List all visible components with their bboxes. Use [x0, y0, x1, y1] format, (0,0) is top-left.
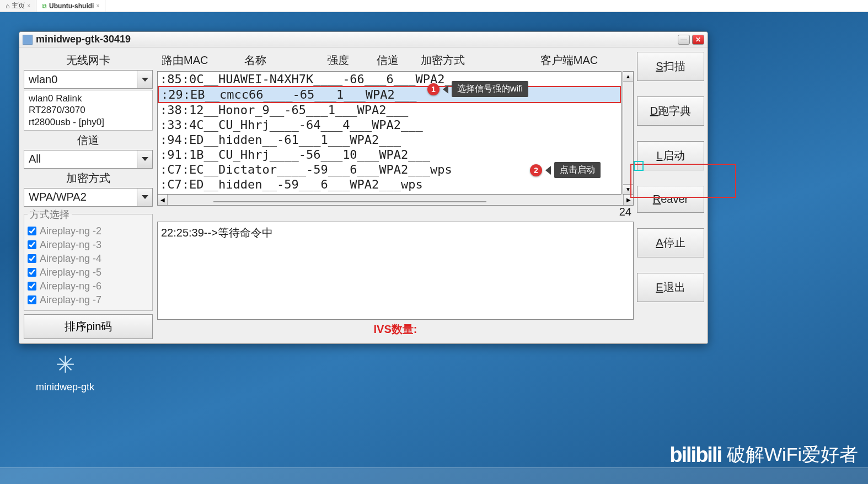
- titlebar[interactable]: minidwep-gtk-30419 — ✕: [19, 32, 708, 47]
- chevron-down-icon[interactable]: [137, 150, 152, 168]
- right-panel: S扫描 D跑字典 L启动 Reaver A停止 E退出: [636, 50, 705, 341]
- annotation-text: 点击启动: [554, 162, 601, 178]
- horizontal-scrollbar[interactable]: ◀ ▶: [157, 195, 634, 206]
- browser-tab-ubuntu[interactable]: ⧉ Ubuntu-shuidi ×: [36, 0, 105, 12]
- scan-button[interactable]: S扫描: [637, 52, 704, 81]
- watermark-text: 破解WiFi爱好者: [727, 442, 858, 467]
- log-line: 22:25:39-->等待命令中: [161, 227, 273, 239]
- method-item[interactable]: Aireplay-ng -5: [28, 266, 149, 279]
- minimize-button[interactable]: —: [678, 35, 690, 45]
- browser-tab-home[interactable]: ⌂ 主页 ×: [0, 0, 36, 12]
- annotation-badge: 2: [530, 164, 542, 176]
- network-row[interactable]: :94:ED__hidden__-61___1___WPA2___: [158, 132, 621, 147]
- reaver-button[interactable]: Reaver: [637, 186, 704, 213]
- close-button[interactable]: ✕: [692, 35, 704, 45]
- network-row[interactable]: :33:4C__CU_Hhrj____-64___4___WPA2___: [158, 117, 621, 132]
- network-row[interactable]: :38:12__Honor_9__-65___1___WPA2___: [158, 103, 621, 117]
- column-headers: 路由MAC 名称 强度 信道 加密方式 客户端MAC: [157, 52, 634, 71]
- network-count: 24: [157, 206, 634, 219]
- vertical-scrollbar[interactable]: ▲ ▼: [623, 71, 634, 195]
- network-row-selected[interactable]: :29:EB__cmcc66____-65___1___WPA2___: [158, 86, 621, 103]
- annotation-badge: 1: [427, 83, 440, 95]
- dict-button[interactable]: D跑字典: [637, 96, 704, 126]
- network-row[interactable]: :85:0C__HUAWEI-N4XH7K____-66___6___WPA2_…: [158, 72, 621, 87]
- tab-label: 主页: [12, 1, 25, 10]
- method-group: 方式选择 Aireplay-ng -2 Aireplay-ng -3 Airep…: [24, 208, 153, 311]
- adapter-value: wlan0: [24, 71, 137, 88]
- adapter-select[interactable]: wlan0: [24, 70, 153, 89]
- scroll-up-icon[interactable]: ▲: [623, 72, 633, 82]
- checkbox[interactable]: [28, 295, 36, 304]
- annotation-text: 选择信号强的wifi: [452, 81, 528, 97]
- method-item[interactable]: Aireplay-ng -4: [28, 252, 149, 266]
- method-item[interactable]: Aireplay-ng -3: [28, 238, 149, 252]
- method-item[interactable]: Aireplay-ng -7: [28, 293, 149, 307]
- network-row[interactable]: :91:1B__CU_Hhrj____-56___10___WPA2___: [158, 147, 621, 162]
- scroll-down-icon[interactable]: ▼: [623, 184, 633, 194]
- method-item[interactable]: Aireplay-ng -6: [28, 279, 149, 293]
- checkbox[interactable]: [28, 282, 36, 291]
- header-channel: 信道: [377, 53, 421, 68]
- encryption-value: WPA/WPA2: [24, 189, 137, 206]
- splash-icon: ✳: [36, 351, 94, 378]
- tab-label: Ubuntu-shuidi: [49, 2, 94, 10]
- close-icon[interactable]: ×: [27, 3, 30, 9]
- chevron-down-icon[interactable]: [137, 71, 152, 88]
- ivs-count-label: IVS数量:: [157, 320, 634, 339]
- stop-button[interactable]: A停止: [637, 228, 704, 257]
- bilibili-logo-icon: bilibili: [669, 443, 721, 467]
- desktop-shortcut[interactable]: ✳ minidwep-gtk: [36, 351, 94, 393]
- header-strength: 强度: [327, 53, 377, 68]
- checkbox[interactable]: [28, 240, 36, 249]
- main-panel: 路由MAC 名称 强度 信道 加密方式 客户端MAC :85:0C__HUAWE…: [155, 50, 636, 341]
- left-panel: 无线网卡 wlan0 wlan0 Ralink RT2870/3070 rt28…: [22, 50, 155, 341]
- sort-pin-button[interactable]: 排序pin码: [24, 314, 153, 339]
- exit-button[interactable]: E退出: [637, 273, 704, 302]
- scroll-thumb[interactable]: [623, 82, 633, 184]
- home-icon: ⌂: [6, 2, 9, 10]
- checkbox[interactable]: [28, 227, 36, 235]
- method-legend: 方式选择: [28, 208, 72, 221]
- method-item[interactable]: Aireplay-ng -2: [28, 224, 149, 238]
- channel-value: All: [24, 150, 137, 168]
- annotation-arrow-icon: [443, 85, 448, 94]
- checkbox[interactable]: [28, 268, 36, 277]
- channel-select[interactable]: All: [24, 150, 153, 169]
- app-window: minidwep-gtk-30419 — ✕ 无线网卡 wlan0 wlan0 …: [19, 31, 708, 344]
- app-icon: [23, 35, 33, 45]
- scroll-left-icon[interactable]: ◀: [158, 195, 168, 205]
- encryption-select[interactable]: WPA/WPA2: [24, 188, 153, 207]
- desktop: minidwep-gtk-30419 — ✕ 无线网卡 wlan0 wlan0 …: [0, 12, 868, 484]
- chevron-down-icon[interactable]: [137, 189, 152, 206]
- scroll-thumb-h[interactable]: [213, 201, 487, 202]
- annotation-1: 1 选择信号强的wifi: [427, 81, 528, 97]
- launch-button[interactable]: L启动: [637, 141, 704, 170]
- annotation-2: 2 点击启动: [530, 162, 601, 178]
- desktop-icon-label: minidwep-gtk: [36, 381, 94, 393]
- network-row[interactable]: :C7:ED__hidden__-59___6___WPA2___wps: [158, 177, 621, 192]
- watermark: bilibili 破解WiFi爱好者: [669, 442, 858, 467]
- checkbox[interactable]: [28, 254, 36, 263]
- window-title: minidwep-gtk-30419: [36, 34, 678, 45]
- header-router-mac: 路由MAC: [162, 53, 244, 68]
- vm-icon: ⧉: [42, 2, 47, 10]
- taskbar[interactable]: [0, 467, 868, 484]
- browser-tab-strip: ⌂ 主页 × ⧉ Ubuntu-shuidi ×: [0, 0, 868, 12]
- scroll-right-icon[interactable]: ▶: [623, 195, 633, 205]
- log-output: 22:25:39-->等待命令中: [157, 222, 634, 320]
- encryption-label: 加密方式: [24, 171, 153, 186]
- close-icon[interactable]: ×: [96, 3, 99, 9]
- header-name: 名称: [244, 53, 327, 68]
- header-client-mac: 客户端MAC: [509, 53, 629, 68]
- channel-label: 信道: [24, 133, 153, 148]
- wireless-adapter-label: 无线网卡: [24, 53, 153, 68]
- annotation-arrow-icon: [545, 166, 551, 175]
- header-encryption: 加密方式: [421, 53, 509, 68]
- teal-marker: [634, 161, 644, 171]
- adapter-info: wlan0 Ralink RT2870/3070 rt2800usb - [ph…: [24, 90, 153, 131]
